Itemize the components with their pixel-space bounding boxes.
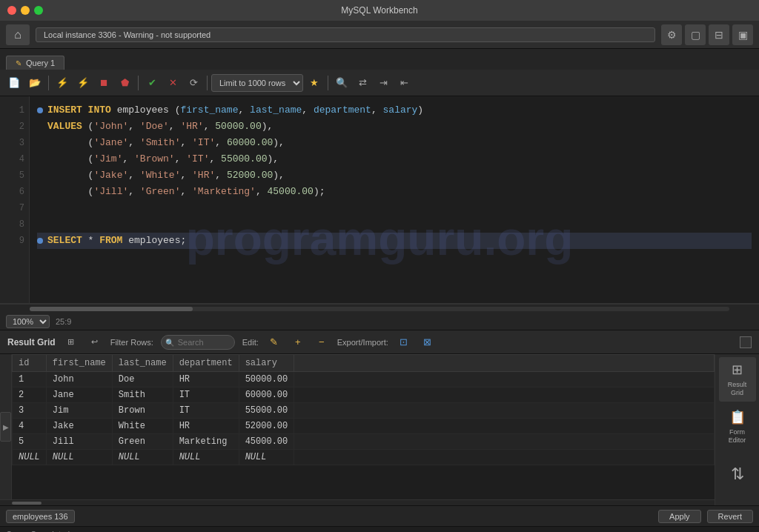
refresh-btn[interactable]: ⟳ xyxy=(184,73,203,93)
status-bar-editor: 100% 25:9 xyxy=(0,313,759,330)
scroll-down-btn[interactable]: ⇅ xyxy=(719,452,756,496)
cell-salary: NULL xyxy=(239,450,294,465)
filter-rows-label: Filter Rows: xyxy=(110,338,153,347)
settings-icon-btn[interactable]: ⚙ xyxy=(661,24,682,45)
table-header-row: id first_name last_name department salar… xyxy=(13,355,715,372)
table-row[interactable]: 5JillGreenMarketing45000.00 xyxy=(13,434,715,450)
close-button[interactable] xyxy=(7,6,16,15)
edit-pencil-icon: ✎ xyxy=(270,336,278,348)
table-row[interactable]: NULLNULLNULLNULLNULL xyxy=(13,450,715,465)
scroll-icon: ⇅ xyxy=(731,465,744,484)
table-tab-badge[interactable]: employees 136 xyxy=(6,510,75,523)
export-btn[interactable]: ⊡ xyxy=(396,334,412,350)
scroll-thumb[interactable] xyxy=(30,307,193,311)
view2-btn[interactable]: ⊟ xyxy=(709,24,729,45)
find-replace-icon: ⇄ xyxy=(359,77,367,88)
zoom-select[interactable]: 100% xyxy=(6,315,50,328)
col-header-salary: salary xyxy=(239,355,294,372)
cell-salary: 60000.00 xyxy=(239,388,294,403)
grid-view-btn[interactable]: ⊞ xyxy=(63,334,79,350)
line-num-6: 6 xyxy=(19,184,24,200)
limit-select[interactable]: Limit to 1000 rows xyxy=(211,74,303,92)
star-btn[interactable]: ★ xyxy=(305,73,324,93)
open-file-btn[interactable]: 📂 xyxy=(25,73,44,93)
schema-btn[interactable]: ⬟ xyxy=(115,73,134,93)
edit-plus-btn[interactable]: + xyxy=(290,334,306,350)
tab-bar: ✎ Query 1 xyxy=(0,49,759,70)
code-line-4: ('Jim', 'Brown', 'IT', 55000.00), xyxy=(37,151,752,167)
editor-area[interactable]: 1 2 3 4 5 6 7 8 9 INSERT INTO employees … xyxy=(0,96,759,304)
code-line-6: ('Jill', 'Green', 'Marketing', 45000.00)… xyxy=(37,184,752,200)
code-editor[interactable]: INSERT INTO employees (first_name, last_… xyxy=(30,96,759,303)
table-row[interactable]: 4JakeWhiteHR52000.00 xyxy=(13,419,715,434)
cursor-position: 25:9 xyxy=(56,317,71,326)
cell-last_name: NULL xyxy=(112,450,173,465)
edit-pencil-btn[interactable]: ✎ xyxy=(266,334,282,350)
expand-panel-btn[interactable]: ▶ xyxy=(0,412,11,442)
minimize-button[interactable] xyxy=(21,6,30,15)
indent-btn[interactable]: ⇥ xyxy=(374,73,393,93)
home-button[interactable]: ⌂ xyxy=(6,24,30,45)
cell-extra xyxy=(294,419,715,434)
table-row[interactable]: 1JohnDoeHR50000.00 xyxy=(13,372,715,388)
query-status-text: Query Completed xyxy=(6,530,70,533)
data-table-container[interactable]: id first_name last_name department salar… xyxy=(12,354,715,499)
run-icon: ⚡ xyxy=(56,77,68,88)
toolbar: 📄 📂 ⚡ ⚡ ⏹ ⬟ ✔ ✕ ⟳ Limit to 1000 rows ★ 🔍… xyxy=(0,70,759,96)
unindent-btn[interactable]: ⇤ xyxy=(394,73,414,93)
result-checkbox[interactable] xyxy=(740,336,752,348)
edit-minus-btn[interactable]: − xyxy=(314,334,330,350)
star-icon: ★ xyxy=(310,77,319,88)
refresh-icon: ⟳ xyxy=(190,77,198,88)
new-file-icon: 📄 xyxy=(8,77,20,88)
new-file-btn[interactable]: 📄 xyxy=(4,73,24,93)
editor-scrollbar[interactable] xyxy=(0,304,759,313)
bottom-bar: employees 136 Apply Revert xyxy=(0,505,759,526)
code-line-2: VALUES ('John', 'Doe', 'HR', 50000.00), xyxy=(37,119,752,135)
scroll-track[interactable] xyxy=(30,307,729,311)
code-line-9: SELECT * FROM employees; xyxy=(37,233,752,249)
line-num-4: 4 xyxy=(19,151,24,167)
code-line-5: ('Jake', 'White', 'HR', 52000.00), xyxy=(37,167,752,184)
table-row[interactable]: 2JaneSmithIT60000.00 xyxy=(13,388,715,403)
edit-plus-icon: + xyxy=(295,336,301,348)
find-btn[interactable]: 🔍 xyxy=(332,73,351,93)
schema-icon: ⬟ xyxy=(121,77,129,88)
query-tab-1[interactable]: ✎ Query 1 xyxy=(6,56,64,70)
view1-btn[interactable]: ▢ xyxy=(685,24,706,45)
line-num-1: 1 xyxy=(19,102,24,119)
cell-extra xyxy=(294,388,715,403)
window-controls xyxy=(7,6,43,15)
commit-btn[interactable]: ✔ xyxy=(142,73,162,93)
result-grid-panel-btn[interactable]: ⊞ ResultGrid xyxy=(719,357,756,402)
cell-id: 2 xyxy=(13,388,47,403)
cell-salary: 52000.00 xyxy=(239,419,294,434)
view3-btn[interactable]: ▣ xyxy=(732,24,753,45)
cell-id: 1 xyxy=(13,372,47,388)
dot-marker-9 xyxy=(37,238,43,244)
find-replace-btn[interactable]: ⇄ xyxy=(353,73,372,93)
run-btn[interactable]: ⚡ xyxy=(53,73,72,93)
title-bar: MySQL Workbench xyxy=(0,0,759,21)
cell-first_name: NULL xyxy=(46,450,112,465)
edit-label: Edit: xyxy=(242,338,259,347)
maximize-button[interactable] xyxy=(34,6,43,15)
wrap-btn[interactable]: ↩ xyxy=(87,334,103,350)
form-editor-panel-label: FormEditor xyxy=(729,428,746,445)
revert-button[interactable]: Revert xyxy=(707,510,753,523)
home-icon: ⌂ xyxy=(14,28,21,41)
run-alt-btn[interactable]: ⚡ xyxy=(73,73,93,93)
table-row[interactable]: 3JimBrownIT55000.00 xyxy=(13,403,715,419)
stop-btn[interactable]: ⏹ xyxy=(94,73,113,93)
cancel-btn[interactable]: ✕ xyxy=(163,73,182,93)
import-btn[interactable]: ⊠ xyxy=(420,334,436,350)
cell-department: NULL xyxy=(173,450,239,465)
edit-minus-icon: − xyxy=(319,336,325,348)
grid-view-icon: ⊞ xyxy=(67,337,74,347)
form-editor-panel-btn[interactable]: 📋 FormEditor xyxy=(719,405,756,449)
run-alt-icon: ⚡ xyxy=(77,77,89,88)
apply-button[interactable]: Apply xyxy=(658,510,701,523)
cell-first_name: Jill xyxy=(46,434,112,450)
cell-department: IT xyxy=(173,403,239,419)
cell-id: NULL xyxy=(13,450,47,465)
